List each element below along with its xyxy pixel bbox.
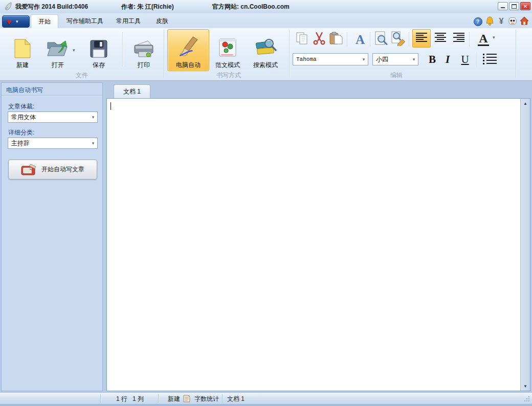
- search-mode-button[interactable]: 搜索模式: [248, 30, 283, 71]
- auto-write-mode-button[interactable]: 电脑自动: [167, 29, 209, 71]
- paste-button[interactable]: [327, 30, 345, 48]
- align-right-icon: [452, 32, 465, 46]
- separator: [100, 394, 101, 403]
- tab-start[interactable]: 开始: [31, 14, 58, 29]
- save-label: 保存: [93, 61, 105, 70]
- new-button[interactable]: 新建: [9, 30, 36, 71]
- align-left-button[interactable]: [412, 29, 431, 48]
- font-name-select[interactable]: Tahoma ▾: [293, 53, 368, 65]
- font-name-value: Tahoma: [293, 56, 360, 62]
- word-count-button[interactable]: 字数统计: [194, 395, 219, 403]
- minimize-icon: [501, 7, 505, 8]
- sample-mode-button[interactable]: 范文模式: [211, 30, 245, 71]
- font-style-button[interactable]: A: [351, 31, 369, 48]
- align-right-button[interactable]: [450, 29, 468, 48]
- start-auto-write-button[interactable]: 开始自动写文章: [8, 160, 97, 179]
- separator: [469, 32, 470, 47]
- auto-write-label: 电脑自动: [176, 61, 201, 70]
- notification-button[interactable]: [485, 17, 494, 26]
- chevron-down-icon: ▾: [16, 19, 18, 24]
- replace-button[interactable]: [390, 30, 407, 48]
- up-arrow-icon: ▲: [523, 101, 527, 106]
- help-icon: ?: [474, 17, 482, 26]
- vertical-scrollbar[interactable]: ▲ ▼: [520, 99, 530, 391]
- font-color-button[interactable]: A: [473, 30, 494, 48]
- open-label: 打开: [52, 61, 64, 70]
- find-button[interactable]: [372, 30, 390, 48]
- font-size-select[interactable]: 小四 ▾: [372, 53, 418, 65]
- window-author: 作者: 朱 江(Richie): [121, 3, 174, 11]
- printer-icon: [132, 39, 156, 60]
- font-color-icon: A: [478, 32, 489, 46]
- separator: [222, 394, 223, 403]
- group-separator: [516, 30, 516, 78]
- home-icon: [520, 16, 529, 27]
- group-separator: [289, 30, 290, 78]
- robot-icon: [508, 16, 517, 27]
- start-auto-write-label: 开始自动写文章: [41, 165, 84, 174]
- bullet-list-icon: [482, 53, 498, 66]
- down-arrow-icon: ▼: [523, 384, 527, 389]
- genre-select[interactable]: 常用文体 ▾: [8, 111, 98, 123]
- bold-button[interactable]: B: [425, 51, 440, 67]
- bullet-list-button[interactable]: [481, 51, 499, 67]
- font-color-dropdown-arrow[interactable]: ▾: [493, 35, 495, 40]
- document-tab[interactable]: 文档 1: [114, 84, 150, 99]
- help-button[interactable]: ?: [473, 17, 482, 26]
- italic-button[interactable]: I: [440, 51, 455, 67]
- tab-skin[interactable]: 皮肤: [149, 14, 175, 28]
- save-floppy-icon: [90, 39, 108, 60]
- scroll-up-button[interactable]: ▲: [521, 99, 530, 107]
- app-window: 我爱写作 2014 Build:0406 作者: 朱 江(Richie) 官方网…: [0, 0, 532, 406]
- category-select[interactable]: 主持辞 ▾: [8, 138, 98, 149]
- search-mode-label: 搜索模式: [253, 61, 278, 70]
- align-center-icon: [434, 32, 447, 46]
- assistant-button[interactable]: [508, 17, 517, 26]
- window-website: 官方网站: cn.CoolBoo.com: [212, 3, 290, 11]
- mode-group-label: 书写方式: [203, 71, 254, 80]
- scroll-down-button[interactable]: ▼: [521, 382, 530, 390]
- print-button[interactable]: 打印: [128, 30, 160, 71]
- status-doc-name: 文档 1: [227, 395, 245, 403]
- copy-button[interactable]: [294, 30, 311, 48]
- separator: [477, 53, 477, 66]
- app-quill-icon: [4, 2, 13, 13]
- tab-writing-tools[interactable]: 写作辅助工具: [59, 14, 110, 28]
- divider: [2, 95, 102, 96]
- file-group-label: 文件: [56, 71, 107, 80]
- underline-button[interactable]: U: [457, 51, 473, 67]
- separator: [158, 394, 159, 403]
- document-editor[interactable]: ▲ ▼: [106, 98, 530, 391]
- text-caret: [110, 102, 111, 110]
- separator: [409, 32, 409, 47]
- chevron-down-icon: ▾: [360, 57, 368, 62]
- resize-grip[interactable]: [524, 396, 530, 402]
- bell-icon: [485, 16, 494, 27]
- copy-icon: [295, 31, 309, 47]
- ribbon: 新建 打开 ▾ 保存 打印 文件 电脑自动 范文模式 搜索模式: [0, 28, 532, 81]
- line-col-indicator: 1 行 1 列: [116, 395, 144, 403]
- open-button[interactable]: 打开: [43, 30, 73, 71]
- home-button[interactable]: [520, 17, 529, 26]
- align-center-button[interactable]: [431, 29, 450, 48]
- minimize-button[interactable]: [498, 2, 508, 10]
- close-button[interactable]: ✕: [520, 2, 530, 10]
- scissors-icon: [312, 31, 326, 47]
- sidebar-header: 电脑自动书写: [6, 86, 43, 95]
- separator: [347, 32, 347, 47]
- category-label: 详细分类:: [8, 128, 34, 137]
- save-button[interactable]: 保存: [85, 30, 113, 71]
- status-new-button[interactable]: 新建: [168, 395, 180, 403]
- app-menu-button[interactable]: ♥ ▾: [2, 15, 30, 28]
- titlebar: 我爱写作 2014 Build:0406 作者: 朱 江(Richie) 官方网…: [0, 0, 532, 14]
- window-title: 我爱写作 2014 Build:0406: [15, 3, 88, 11]
- donate-button[interactable]: ¥: [497, 17, 506, 26]
- maximize-button[interactable]: [509, 2, 519, 10]
- ribbon-tab-bar: ♥ ▾ 开始 写作辅助工具 常用工具 皮肤 ? ¥: [0, 13, 532, 28]
- genre-value: 常用文体: [8, 113, 89, 122]
- open-dropdown-arrow[interactable]: ▾: [73, 48, 75, 53]
- tab-common-tools[interactable]: 常用工具: [109, 14, 148, 28]
- paintbrush-icon: [178, 36, 199, 60]
- tablet-pen-icon: [21, 163, 37, 177]
- cut-button[interactable]: [311, 30, 328, 48]
